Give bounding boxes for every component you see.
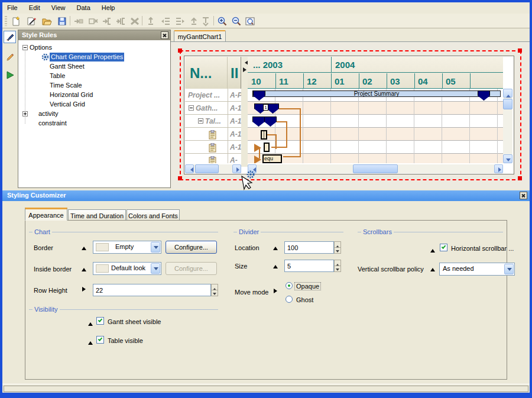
table-row-name[interactable]: Tal... — [205, 117, 221, 125]
tree-item-time-scale[interactable]: Time Scale — [50, 81, 82, 90]
spin-down-icon[interactable] — [334, 247, 341, 254]
property-inherit-marker-icon[interactable] — [274, 289, 280, 293]
property-inherit-marker-icon[interactable] — [82, 287, 88, 292]
expand-icon[interactable] — [22, 111, 28, 117]
location-input[interactable] — [285, 242, 333, 253]
constraint-link[interactable] — [286, 121, 287, 148]
table-header-name[interactable]: N... — [185, 57, 228, 89]
zoom-to-fit-icon[interactable] — [244, 15, 257, 27]
style-brush-icon[interactable] — [4, 31, 16, 43]
selection-handle-se[interactable] — [518, 176, 522, 180]
outdent-icon[interactable] — [159, 15, 172, 27]
delete-icon[interactable] — [128, 15, 141, 27]
size-spinner[interactable] — [284, 260, 334, 272]
horizontal-scroll-thumb[interactable] — [353, 164, 398, 173]
promote-icon[interactable] — [144, 15, 157, 27]
menu-data[interactable]: Data — [72, 2, 95, 14]
scroll-up-icon[interactable] — [503, 89, 512, 98]
property-set-marker-icon[interactable] — [430, 247, 435, 253]
tab-mygan­ttchart1[interactable]: myGanttChart1 — [174, 30, 226, 42]
property-set-marker-icon[interactable] — [82, 266, 86, 271]
task-bar[interactable] — [264, 143, 270, 152]
task-bar[interactable]: equ — [262, 154, 282, 163]
combo-dropdown-icon[interactable] — [151, 242, 160, 253]
tab-appearance[interactable]: Appearance — [25, 208, 67, 221]
style-wizard-icon[interactable] — [25, 15, 38, 27]
tab-colors-and-fonts[interactable]: Colors and Fonts — [126, 209, 180, 221]
scroll-left-icon[interactable] — [185, 164, 194, 173]
property-set-marker-icon[interactable] — [430, 266, 435, 271]
tree-item-gantt-sheet[interactable]: Gantt Sheet — [50, 62, 85, 71]
time-scale[interactable]: ... 2003 2004 10 11 12 01 02 03 04 05 — [248, 57, 503, 89]
menu-help[interactable]: Help — [97, 2, 120, 14]
table-sheet-divider[interactable] — [241, 57, 248, 167]
gantt-sheet[interactable]: Project Summary 1 equ — [248, 89, 503, 163]
edit-pencil-icon[interactable] — [4, 51, 16, 63]
summary-start-milestone[interactable] — [253, 90, 265, 101]
size-input[interactable] — [285, 260, 333, 271]
tree-item-table[interactable]: Table — [50, 72, 65, 80]
constraint-link[interactable] — [275, 134, 277, 149]
scroll-right-icon[interactable] — [494, 164, 503, 173]
collapse-icon[interactable] — [198, 118, 203, 124]
property-set-marker-icon[interactable] — [88, 339, 93, 345]
menu-view[interactable]: View — [47, 2, 70, 14]
property-set-marker-icon[interactable] — [88, 320, 93, 326]
spin-down-icon[interactable] — [211, 290, 218, 296]
remove-activity-icon[interactable] — [87, 15, 100, 27]
make-parent-icon[interactable] — [114, 15, 127, 27]
row-height-input[interactable] — [93, 284, 210, 296]
opaque-radio[interactable] — [286, 282, 293, 289]
table-visible-checkbox[interactable] — [96, 336, 104, 344]
selection-handle-ne[interactable] — [518, 48, 522, 53]
constraint-link[interactable] — [283, 156, 301, 157]
task-bar[interactable] — [261, 130, 267, 140]
open-icon[interactable] — [40, 15, 53, 27]
table-header-id[interactable]: II — [228, 57, 241, 89]
collapse-icon[interactable] — [22, 45, 28, 50]
location-spinner[interactable] — [284, 241, 334, 254]
make-child-icon[interactable] — [100, 15, 113, 27]
tree-item-options[interactable]: Options — [30, 43, 52, 52]
opaque-radio-label[interactable]: Opaque — [295, 283, 320, 290]
border-combo[interactable]: Empty — [93, 241, 161, 254]
spin-down-icon[interactable] — [334, 266, 341, 272]
property-set-marker-icon[interactable] — [273, 244, 278, 250]
new-document-icon[interactable] — [9, 15, 22, 27]
table-row-name[interactable]: Project ... — [188, 91, 220, 99]
gantt-sheet-visible-checkbox[interactable] — [96, 317, 104, 325]
close-icon[interactable] — [161, 31, 168, 39]
summary-bar[interactable]: Project Summary — [252, 90, 501, 97]
move-down-icon[interactable] — [199, 15, 212, 27]
gantt-vertical-scrollbar[interactable] — [503, 89, 512, 163]
tree-item-horizontal-grid[interactable]: Horizontal Grid — [50, 90, 93, 99]
milestone[interactable] — [264, 117, 277, 127]
collapse-icon[interactable] — [189, 105, 194, 111]
toolbar-grip[interactable] — [5, 16, 7, 26]
save-icon[interactable] — [56, 15, 69, 27]
run-preview-icon[interactable] — [4, 69, 16, 81]
scroll-down-icon[interactable] — [503, 154, 512, 163]
property-set-marker-icon[interactable] — [273, 263, 278, 268]
gantt-table-body[interactable]: Project ... A-P Gath... A-1 Tal... A-1 A… — [185, 89, 241, 163]
insert-activity-icon[interactable] — [72, 15, 85, 27]
menu-edit[interactable]: Edit — [24, 2, 45, 14]
inside-border-combo[interactable]: Default look — [93, 262, 161, 275]
constraint-link[interactable] — [279, 108, 301, 109]
gantt-horizontal-scrollbar[interactable] — [248, 164, 503, 173]
summary-end-milestone[interactable] — [478, 90, 490, 101]
milestone[interactable] — [267, 103, 279, 114]
horizontal-scroll-thumb[interactable] — [195, 164, 219, 173]
zoom-in-icon[interactable] — [216, 15, 229, 27]
ghost-radio[interactable] — [286, 296, 293, 303]
horizontal-scrollbar-checkbox[interactable] — [440, 244, 447, 251]
combo-dropdown-icon[interactable] — [504, 264, 514, 274]
selection-handle-sw[interactable] — [178, 176, 182, 180]
constraint-link[interactable] — [300, 108, 301, 157]
milestone[interactable] — [252, 117, 265, 127]
zoom-out-icon[interactable] — [230, 15, 243, 27]
tree-item-vertical-grid[interactable]: Vertical Grid — [50, 100, 85, 109]
property-set-marker-icon[interactable] — [82, 244, 86, 250]
tree-item-activity[interactable]: activity — [38, 109, 59, 118]
configure-border-button[interactable]: Configure... — [166, 241, 217, 254]
